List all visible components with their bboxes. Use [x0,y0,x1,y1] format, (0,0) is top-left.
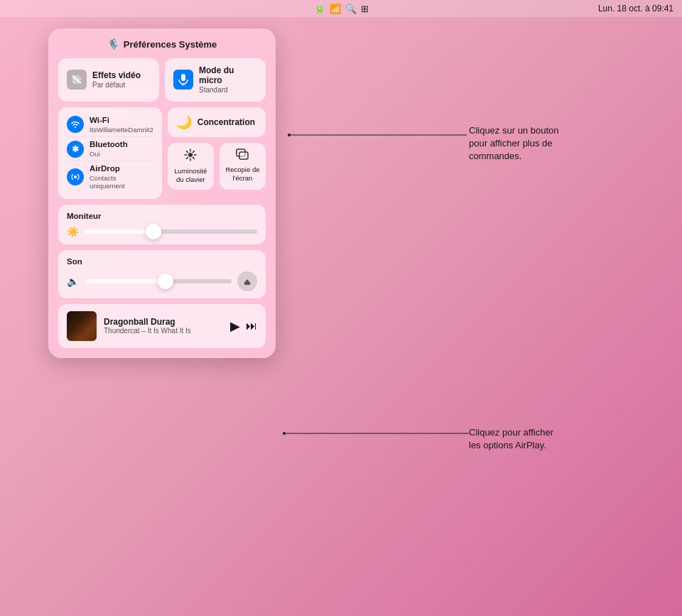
mode-micro-sublabel: Standard [199,86,257,94]
mode-micro-icon [173,70,193,90]
panel-title-icon: 🎙️ [107,38,119,50]
son-slider-row: 🔈 [67,271,257,291]
son-slider-fill [85,279,166,283]
luminosite-button[interactable]: Luminositédu clavier [168,143,214,190]
search-menubar-icon: 🔍 [345,4,357,14]
right-col: 🌙 Concentration [168,107,266,199]
callout-airplay-text: Cliquez pour afficherles options AirPlay… [469,427,553,450]
concentration-icon: 🌙 [176,114,192,130]
airdrop-label: AirDrop [90,164,153,174]
wifi-label: Wi-Fi [90,116,153,126]
play-button[interactable]: ▶ [230,318,240,334]
concentration-button[interactable]: 🌙 Concentration [168,107,266,137]
svg-line-11 [193,151,195,152]
callout-airplay-line [277,419,476,448]
moniteur-title: Moniteur [67,212,257,220]
moniteur-slider-row: ☀️ [67,226,257,237]
moniteur-slider-track[interactable] [85,229,257,234]
wifi-item[interactable]: Wi-Fi ItsWillametteDamnit2 [67,113,153,136]
nowplaying-title: Dragonball Durag [104,317,223,327]
svg-line-10 [193,157,195,158]
luminosite-label: Luminositédu clavier [174,167,207,185]
album-art [67,311,97,341]
svg-rect-15 [239,152,248,159]
son-title: Son [67,257,257,266]
son-slider-track[interactable] [85,279,232,283]
son-section: Son 🔈 [58,250,266,298]
svg-rect-1 [181,74,185,81]
small-buttons-row: Luminositédu clavier Recopie del'écran [168,143,266,190]
concentration-label: Concentration [197,117,255,127]
mode-micro-label: Mode du micro [199,65,257,86]
nowplaying-card: Dragonball Durag Thundercat – It Is What… [58,304,266,348]
moniteur-slider-thumb[interactable] [146,224,161,239]
nowplaying-artist: Thundercat – It Is What It Is [104,327,223,335]
volume-icon: 🔈 [67,276,79,287]
panel-title-row: 🎙️ Préférences Système [58,38,266,50]
menubar-datetime: Lun. 18 oct. à 09:41 [598,4,673,13]
mode-micro-button[interactable]: Mode du micro Standard [165,58,266,102]
battery-icon: 🔋 [314,4,325,14]
wifi-icon [67,116,84,133]
airdrop-icon [67,168,84,185]
callout-buttons-text: Cliquez sur un boutonpour afficher plus … [469,125,558,161]
mid-row: Wi-Fi ItsWillametteDamnit2 ✱ Bluetooth O… [58,107,266,199]
son-slider-thumb[interactable] [158,274,173,289]
skip-button[interactable]: ⏭ [246,320,257,333]
menubar: 🔋 📶 🔍 ⊞ Lun. 18 oct. à 09:41 [0,0,682,17]
svg-line-12 [187,157,188,158]
luminosite-icon [184,148,197,164]
callout-buttons: Cliquez sur un boutonpour afficher plus … [469,124,558,163]
panel-title-text: Préférences Système [124,39,217,50]
svg-point-13 [188,153,193,157]
svg-point-4 [74,175,77,178]
moniteur-slider-fill [85,229,153,234]
bluetooth-item[interactable]: ✱ Bluetooth Oui [67,136,153,161]
wifi-sublabel: ItsWillametteDamnit2 [90,126,153,134]
recopie-label: Recopie del'écran [225,166,259,183]
airdrop-sublabel: Contacts uniquement [90,174,153,190]
brightness-icon: ☀️ [67,226,79,237]
bluetooth-sublabel: Oui [90,150,128,158]
callout-buttons-line [282,114,474,156]
svg-point-18 [288,134,291,136]
svg-line-9 [187,151,188,152]
moniteur-section: Moniteur ☀️ [58,205,266,244]
bluetooth-label: Bluetooth [90,140,128,150]
recopie-button[interactable]: Recopie del'écran [220,143,266,190]
callout-airplay: Cliquez pour afficherles options AirPlay… [469,426,553,452]
menubar-system-icons: 🔋 📶 🔍 ⊞ [314,4,369,14]
airplay-button[interactable] [237,271,257,291]
nowplaying-controls: ▶ ⏭ [230,318,257,334]
airdrop-item[interactable]: AirDrop Contacts uniquement [67,161,153,193]
svg-rect-16 [244,283,250,285]
control-center-panel: 🎙️ Préférences Système Effets vidéo Par … [48,28,276,358]
recopie-icon [236,148,249,163]
effets-video-label: Effets vidéo [92,70,141,80]
effets-video-sublabel: Par défaut [92,81,141,90]
bluetooth-icon: ✱ [67,141,84,158]
effets-video-icon [67,70,87,90]
control-center-icon: ⊞ [361,4,369,14]
svg-point-20 [283,432,286,435]
nowplaying-info: Dragonball Durag Thundercat – It Is What… [104,317,223,335]
network-card[interactable]: Wi-Fi ItsWillametteDamnit2 ✱ Bluetooth O… [58,107,162,199]
top-row: Effets vidéo Par défaut Mode du micro St… [58,58,266,102]
effets-video-button[interactable]: Effets vidéo Par défaut [58,58,159,102]
wifi-menubar-icon: 📶 [330,4,341,14]
